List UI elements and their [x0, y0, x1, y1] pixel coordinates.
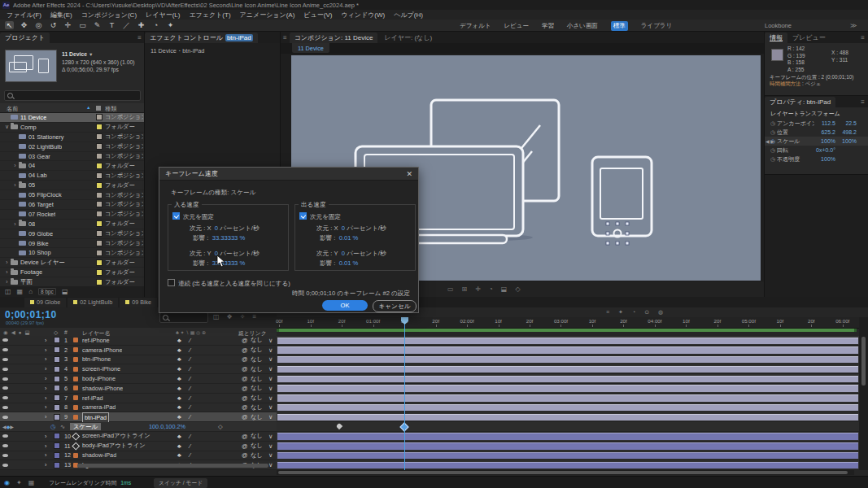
label-color-chip[interactable] [96, 250, 103, 256]
eye-icon[interactable] [2, 412, 9, 421]
stopwatch-icon[interactable]: ◷ [770, 147, 777, 154]
layer-name[interactable]: camera-iPad [82, 403, 116, 412]
label-color-chip[interactable] [96, 192, 103, 198]
layer-color-chip[interactable] [54, 374, 60, 383]
layer-name[interactable]: screen-iPadアウトライン [82, 432, 150, 441]
property-value-1[interactable]: 625.2 [814, 129, 835, 135]
mask-visibility-icon[interactable]: ✛ [475, 285, 481, 293]
project-bit-depth[interactable]: 8 bpc [38, 288, 56, 295]
shy-switch-icon[interactable]: ♣ [177, 336, 181, 345]
zoom-tool-icon[interactable]: ◎ [34, 21, 43, 29]
shadow-iPad[interactable]: › 12 shadow-iPad ♣ ∕ @ なし ∨ [0, 451, 859, 461]
brush-tool-icon[interactable]: ／ [122, 20, 131, 31]
label-color-chip[interactable] [96, 220, 103, 227]
timeline-tab-globe[interactable]: 09 Globe [24, 298, 66, 307]
label-color-chip[interactable] [96, 201, 103, 207]
workspace-overflow-icon[interactable]: ≫ [850, 22, 857, 29]
expander-icon[interactable]: › [0, 221, 19, 227]
comp-mini-flowchart-icon[interactable]: ◫ [213, 313, 220, 320]
label-color-chip[interactable] [96, 172, 103, 179]
08[interactable]: › 08 フォルダー [0, 220, 145, 229]
time-icon[interactable]: ◔ [632, 309, 635, 316]
09 Globe[interactable]: 09 Globe コンポジション [0, 229, 145, 239]
layer-name[interactable]: body-iPhone [82, 374, 116, 383]
layer-color-chip[interactable] [54, 442, 60, 451]
shy-switch-icon[interactable]: ♣ [177, 374, 181, 383]
shadow-iPhone[interactable]: › 6 shadow-iPhone ♣ ∕ @ なし ∨ [0, 384, 859, 394]
keyframe-navigator[interactable]: ◀ ◆ ▶ [2, 422, 14, 431]
panel-menu-icon[interactable]: ≡ [861, 34, 865, 41]
screen-iPadアウトライン[interactable]: › 10 screen-iPadアウトライン ♣ ∕ @ なし ∨ [0, 432, 859, 442]
shy-switch-icon[interactable]: ♣ [177, 432, 181, 441]
twirl-icon[interactable]: › [45, 412, 46, 421]
layer-color-chip[interactable] [54, 355, 60, 364]
parent-dropdown[interactable]: なし [251, 412, 263, 421]
label-column-icon[interactable] [96, 106, 101, 111]
camera-iPad[interactable]: › 8 camera-iPad ♣ ∕ @ なし ∨ [0, 403, 859, 413]
layer-color-chip[interactable] [54, 364, 60, 373]
shy-switch-icon[interactable]: ♣ [177, 403, 181, 412]
02 LightBulb[interactable]: 02 LightBulb コンポジション [0, 142, 145, 152]
workspace-review[interactable]: レビュー [504, 22, 529, 30]
pickwhip-icon[interactable]: @ [242, 403, 247, 412]
layer-name[interactable]: body-iPadアウトライン [82, 442, 146, 451]
shy-switch-icon[interactable]: ♣ [177, 346, 181, 355]
body-iPhone[interactable]: › 5 body-iPhone ♣ ∕ @ なし ∨ [0, 374, 859, 384]
Footage[interactable]: › Footage フォルダー [0, 268, 145, 277]
parent-dropdown[interactable]: なし [251, 432, 263, 441]
shy-switch-icon[interactable]: ♣ [177, 442, 181, 451]
menu-effect[interactable]: エフェクト(T) [189, 11, 230, 20]
menu-view[interactable]: ビュー(V) [303, 11, 332, 20]
property-value-1[interactable]: 0x+0.0° [814, 147, 835, 153]
in-x-influence-value[interactable]: 33.33333 % [212, 234, 246, 242]
parent-dropdown[interactable]: なし [251, 355, 263, 364]
layer-name[interactable]: shadow-iPhone [82, 384, 123, 393]
lock-dimensions-row[interactable]: 次元を固定 [299, 212, 341, 221]
parent-dropdown[interactable]: なし [251, 346, 263, 355]
Device レイヤー[interactable]: › Device レイヤー フォルダー [0, 258, 145, 268]
layer-list-hscrollbar[interactable] [77, 464, 268, 468]
pickwhip-icon[interactable]: @ [242, 432, 247, 441]
quality-switch-icon[interactable]: ∕ [190, 374, 190, 383]
stopwatch-icon[interactable]: ◷ [50, 422, 55, 431]
tab-effect-controls[interactable]: エフェクトコントロール btn-iPad [145, 33, 258, 43]
workspace-libraries[interactable]: ライブラリ [641, 22, 672, 30]
label-color-chip[interactable] [96, 211, 103, 217]
layer-duration-bar[interactable] [277, 394, 858, 401]
eye-icon[interactable] [2, 364, 9, 373]
workspace-learn[interactable]: 学習 [542, 22, 554, 30]
quality-switch-icon[interactable]: ∕ [190, 394, 190, 403]
eye-icon[interactable] [2, 346, 9, 355]
label-color-chip[interactable] [96, 163, 103, 169]
layer-color-chip[interactable] [54, 451, 60, 460]
btn-iPad[interactable]: › 9 btn-iPad ♣ ∕ @ なし ∨ [0, 412, 859, 422]
layer-color-chip[interactable] [54, 403, 60, 412]
eye-icon[interactable] [2, 336, 9, 345]
workspace-default[interactable]: デフォルト [460, 22, 491, 30]
pickwhip-icon[interactable]: @ [242, 374, 247, 383]
twirl-icon[interactable]: › [45, 364, 46, 373]
pen-tool-icon[interactable]: ✎ [93, 21, 102, 29]
twirl-icon[interactable]: › [45, 460, 46, 469]
layer-color-chip[interactable] [54, 412, 60, 421]
sort-asc-icon[interactable]: ▲ [86, 105, 90, 110]
workspace-search[interactable]: Lookbone [765, 22, 792, 29]
panel-menu-icon[interactable]: ≡ [283, 34, 287, 41]
quality-switch-icon[interactable]: ∕ [190, 336, 190, 345]
expander-icon[interactable]: ∨ [0, 124, 11, 130]
Comp[interactable]: ∨ Comp フォルダー [0, 123, 145, 133]
region-of-interest-icon[interactable]: ◔ [489, 285, 493, 293]
label-color-chip[interactable] [96, 143, 103, 150]
transform-row[interactable]: ◷ スケール 100% 100% [765, 137, 868, 146]
shy-switch-icon[interactable]: ♣ [177, 412, 181, 421]
out-y-influence-value[interactable]: 0.01 % [339, 259, 359, 267]
property-value-1[interactable]: 100% [814, 156, 835, 162]
parent-dropdown[interactable]: なし [251, 403, 263, 412]
tab-composition[interactable]: コンポジション: 11 Device [290, 33, 378, 43]
pickwhip-icon[interactable]: @ [242, 336, 247, 345]
grid-options-icon[interactable]: ⊞ [462, 285, 468, 293]
label-color-chip[interactable] [96, 230, 103, 237]
tab-layer[interactable]: レイヤー: (なし) [377, 33, 438, 42]
comp-thumbnail[interactable] [5, 50, 57, 82]
layer-name[interactable]: ref-iPhone [82, 336, 110, 345]
